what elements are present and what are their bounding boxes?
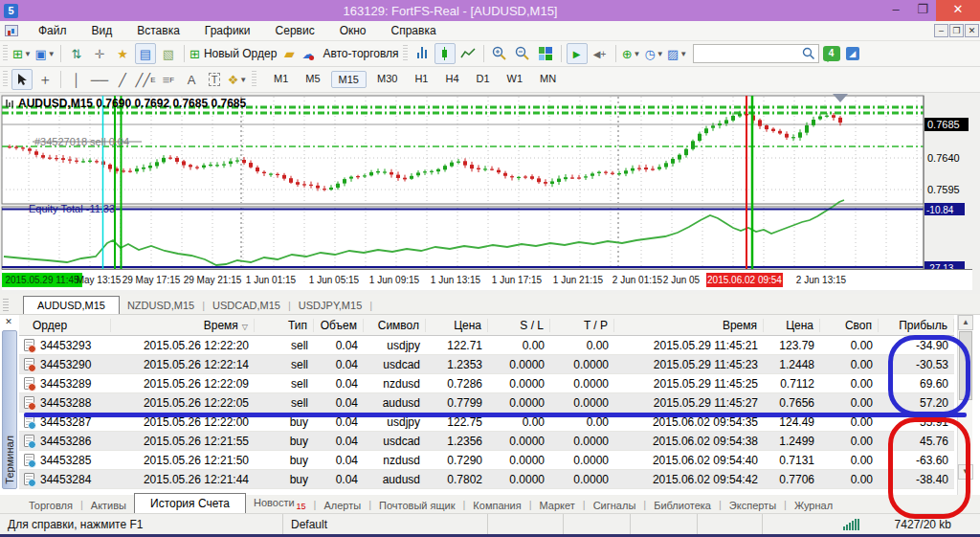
menu-item-Вставка[interactable]: Вставка	[124, 22, 192, 39]
new-chart-button[interactable]: ⊞▼	[11, 43, 33, 64]
column-header-11[interactable]: Прибыль	[879, 319, 954, 332]
chart-tab-USDCADM15[interactable]: USDCAD,M15	[205, 297, 288, 314]
chart-tab-USDJPYM15[interactable]: USDJPY,M15	[291, 297, 369, 314]
templates-button[interactable]: ▨▼	[667, 43, 688, 64]
bars-chart-button[interactable]	[412, 43, 433, 64]
child-close-button[interactable]: ✕	[965, 24, 979, 37]
timeframe-MN[interactable]: MN	[533, 71, 563, 88]
line-chart-button[interactable]	[457, 43, 479, 64]
menu-item-Окно[interactable]: Окно	[327, 22, 379, 39]
column-header-4[interactable]: Символ	[364, 319, 426, 332]
timeframe-M1[interactable]: M1	[267, 71, 295, 88]
menu-item-Вид[interactable]: Вид	[79, 22, 125, 39]
dock-toolbar-icon[interactable]: ◢	[846, 47, 859, 60]
chart-profiles-button[interactable]: ▣▼	[34, 43, 56, 64]
horizontal-line-button[interactable]: ──	[89, 69, 110, 90]
tab-Библиотека[interactable]: Библиотека	[646, 498, 719, 513]
chart-area[interactable]: 0.76850.76400.7595-10.84-27.13AUDUSD,M15…	[0, 93, 980, 294]
fibonacci-button[interactable]: ≡F	[158, 69, 179, 90]
table-row[interactable]: 344532842015.05.26 12:21:44buy0.04audusd…	[19, 470, 954, 489]
tab-Маркет[interactable]: Маркет	[532, 498, 583, 513]
toolbar-grip[interactable]	[403, 45, 408, 62]
tab-Сигналы[interactable]: Сигналы	[586, 498, 644, 513]
column-header-2[interactable]: Тип	[255, 319, 314, 332]
table-row[interactable]: 344532882015.05.26 12:22:05sell0.04audus…	[19, 393, 954, 413]
timeframe-M15[interactable]: M15	[331, 71, 367, 88]
column-header-1[interactable]: Время▽	[111, 319, 255, 332]
chart-shift-button[interactable]: ◀+	[590, 43, 611, 64]
tab-Журнал[interactable]: Журнал	[787, 498, 840, 513]
indicators-button[interactable]: ⊕▼	[621, 43, 642, 64]
chart-tab-AUDUSDM15[interactable]: AUDUSD,M15	[23, 296, 120, 314]
column-header-6[interactable]: S / L	[488, 319, 550, 332]
strategy-tester-button[interactable]: ▧	[158, 43, 179, 64]
toolbar-grip[interactable]	[3, 45, 8, 62]
timeframe-M30[interactable]: M30	[370, 71, 404, 88]
table-row[interactable]: 344532862015.05.26 12:21:55buy0.04usdcad…	[19, 432, 954, 451]
tab-Эксперты[interactable]: Эксперты	[722, 498, 784, 513]
menu-item-Файл[interactable]: Файл	[26, 22, 79, 39]
periods-button[interactable]: ◷▼	[644, 43, 665, 64]
text-button[interactable]: A	[181, 69, 202, 90]
timeframe-W1[interactable]: W1	[501, 71, 530, 88]
text-label-button[interactable]: T	[204, 69, 225, 90]
tab-История-Счета[interactable]: История Счета	[134, 493, 246, 513]
terminal-button[interactable]: ▤	[135, 43, 156, 64]
menu-item-Графики[interactable]: Графики	[192, 22, 263, 39]
new-order-button[interactable]: ⊞Новый Ордер	[189, 43, 277, 64]
trendline-button[interactable]: ╱	[112, 69, 133, 90]
tab-Торговля[interactable]: Торговля	[21, 498, 80, 513]
toolbar-grip[interactable]	[252, 71, 256, 88]
close-window-button[interactable]: ✕	[936, 0, 980, 21]
chart-tab-NZDUSDM15[interactable]: NZDUSD,M15	[120, 297, 202, 314]
column-header-5[interactable]: Цена	[426, 319, 488, 332]
table-row[interactable]: 344532892015.05.26 12:22:09sell0.04nzdus…	[19, 374, 954, 393]
data-window-button[interactable]: ✛	[89, 43, 110, 64]
navigator-button[interactable]: ★	[112, 43, 133, 64]
tab-Новости[interactable]: Новости15	[246, 495, 314, 513]
search-input[interactable]	[693, 44, 819, 63]
toolbar-grip[interactable]	[3, 71, 8, 88]
minimize-window-button[interactable]: –	[882, 0, 909, 21]
status-profile[interactable]: Default	[283, 514, 488, 534]
child-restore-button[interactable]: ❐	[949, 24, 964, 37]
timeframe-H4[interactable]: H4	[438, 71, 465, 88]
column-header-9[interactable]: Цена	[764, 319, 820, 332]
tile-windows-button[interactable]	[535, 43, 556, 64]
autotrade-button[interactable]: ☁Авто-торговля	[301, 43, 398, 64]
terminal-sidebar[interactable]: Терминал	[2, 330, 17, 489]
tab-Алерты[interactable]: Алерты	[316, 498, 368, 513]
menu-item-Сервис[interactable]: Сервис	[263, 22, 327, 39]
auto-scroll-button[interactable]: ▶	[567, 43, 588, 64]
tab-Почтовый-ящик[interactable]: Почтовый ящик	[371, 498, 462, 513]
vertical-line-button[interactable]: │	[66, 69, 87, 90]
table-row[interactable]: 344532852015.05.26 12:21:50buy0.04nzdusd…	[19, 451, 954, 470]
column-header-7[interactable]: T / P	[550, 319, 614, 332]
restore-window-button[interactable]: ❐	[909, 0, 936, 21]
zoom-in-button[interactable]	[489, 43, 510, 64]
tab-Компания[interactable]: Компания	[465, 498, 528, 513]
close-terminal-button[interactable]: ✕	[3, 316, 14, 327]
candlestick-chart-button[interactable]	[434, 43, 456, 64]
timeframe-M5[interactable]: M5	[299, 71, 326, 88]
cursor-button[interactable]	[11, 69, 33, 90]
column-header-3[interactable]: Объем	[314, 319, 364, 332]
market-watch-button[interactable]: ⇅	[66, 43, 87, 64]
column-header-10[interactable]: Своп	[820, 319, 879, 332]
table-row[interactable]: 344532902015.05.26 12:22:14sell0.04usdca…	[19, 355, 954, 374]
zoom-out-button[interactable]	[512, 43, 533, 64]
table-row[interactable]: 344532932015.05.26 12:22:20sell0.04usdjp…	[19, 336, 954, 355]
tab-Активы[interactable]: Активы	[83, 498, 134, 513]
equidistant-channel-button[interactable]: ╱╱E	[135, 69, 156, 90]
timeframe-H1[interactable]: H1	[408, 71, 434, 88]
timeframe-D1[interactable]: D1	[470, 71, 497, 88]
crosshair-button[interactable]: ＋	[34, 69, 56, 90]
deposit-icon[interactable]: ▰	[278, 43, 300, 64]
menu-item-Справка[interactable]: Справка	[379, 22, 449, 39]
column-header-0[interactable]: Ордер	[19, 319, 111, 332]
arrows-button[interactable]: ❖▼	[227, 69, 248, 90]
child-minimize-button[interactable]: –	[934, 24, 948, 37]
price-chart-svg[interactable]: 0.76850.76400.7595-10.84-27.13AUDUSD,M15…	[0, 93, 980, 294]
chat-notifications-button[interactable]: 4	[823, 46, 840, 61]
scroll-up-button[interactable]: ▲	[958, 315, 973, 330]
